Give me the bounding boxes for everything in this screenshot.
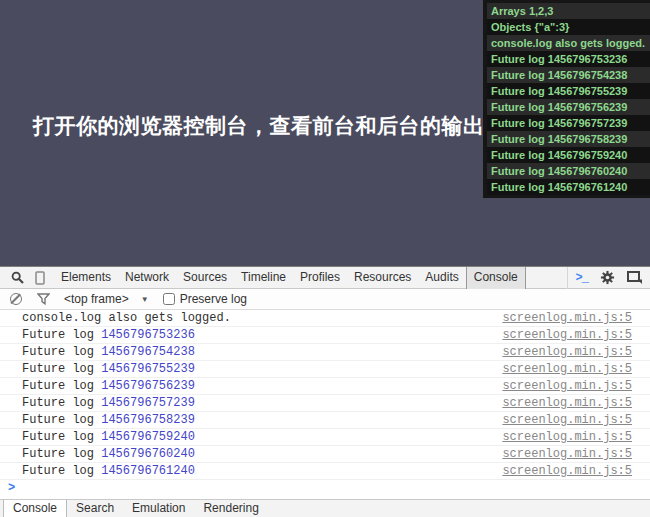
screenlog-line: Future log 1456796754238 <box>487 67 650 83</box>
tab-elements[interactable]: Elements <box>54 267 118 289</box>
console-message: Future log 1456796754238 <box>22 344 502 360</box>
source-link[interactable]: screenlog.min.js:5 <box>502 446 632 462</box>
screenlog-line: console.log also gets logged. <box>487 35 650 51</box>
devtools-tab-strip: Elements Network Sources Timeline Profil… <box>54 267 526 289</box>
source-link[interactable]: screenlog.min.js:5 <box>502 361 632 377</box>
console-drawer-icon[interactable]: >_ <box>576 271 588 285</box>
source-link[interactable]: screenlog.min.js:5 <box>502 344 632 360</box>
console-message-row: Future log 1456796761240 screenlog.min.j… <box>0 463 650 480</box>
console-message: Future log 1456796758239 <box>22 412 502 428</box>
console-message: Future log 1456796756239 <box>22 378 502 394</box>
web-page: 打开你的浏览器控制台，查看前台和后台的输出效果！ Arrays 1,2,3 Ob… <box>0 0 650 266</box>
frame-select-value: <top frame> <box>64 292 129 306</box>
tab-profiles[interactable]: Profiles <box>293 267 347 289</box>
toolbar-right-controls: >_ <box>567 267 650 289</box>
page-heading: 打开你的浏览器控制台，查看前台和后台的输出效果！ <box>33 112 549 140</box>
preserve-log-option[interactable]: Preserve log <box>163 292 247 306</box>
tab-timeline[interactable]: Timeline <box>234 267 293 289</box>
tab-resources[interactable]: Resources <box>347 267 418 289</box>
console-message-row: Future log 1456796759240 screenlog.min.j… <box>0 429 650 446</box>
source-link[interactable]: screenlog.min.js:5 <box>502 412 632 428</box>
clear-console-icon[interactable] <box>10 293 22 305</box>
chevron-down-icon: ▼ <box>141 295 149 304</box>
dock-side-icon[interactable] <box>627 271 642 284</box>
screenlog-line: Objects {"a":3} <box>487 19 650 35</box>
console-message: Future log 1456796759240 <box>22 429 502 445</box>
source-link[interactable]: screenlog.min.js:5 <box>502 327 632 343</box>
console-message: console.log also gets logged. <box>22 310 502 326</box>
screenlog-line: Future log 1456796756239 <box>487 99 650 115</box>
console-prompt: > <box>8 481 15 495</box>
screenlog-line: Future log 1456796753236 <box>487 51 650 67</box>
tab-console[interactable]: Console <box>466 267 526 289</box>
browser-screen: 打开你的浏览器控制台，查看前台和后台的输出效果！ Arrays 1,2,3 Ob… <box>0 0 650 517</box>
console-message: Future log 1456796761240 <box>22 463 502 479</box>
console-message-row: console.log also gets logged. screenlog.… <box>0 310 650 327</box>
source-link[interactable]: screenlog.min.js:5 <box>502 395 632 411</box>
drawer-tab-strip: Console Search Emulation Rendering <box>0 499 650 517</box>
filter-icon[interactable] <box>37 293 50 305</box>
drawer-tab-search[interactable]: Search <box>67 500 123 517</box>
source-link[interactable]: screenlog.min.js:5 <box>502 463 632 479</box>
tab-sources[interactable]: Sources <box>176 267 234 289</box>
drawer-tab-rendering[interactable]: Rendering <box>194 500 267 517</box>
console-message-row: Future log 1456796756239 screenlog.min.j… <box>0 378 650 395</box>
screenlog-line: Future log 1456796758239 <box>487 131 650 147</box>
console-message-row: Future log 1456796754238 screenlog.min.j… <box>0 344 650 361</box>
source-link[interactable]: screenlog.min.js:5 <box>502 310 632 326</box>
screenlog-overlay: Arrays 1,2,3 Objects {"a":3} console.log… <box>483 0 650 198</box>
devtools-panel: Elements Network Sources Timeline Profil… <box>0 266 650 517</box>
drawer-tab-emulation[interactable]: Emulation <box>123 500 194 517</box>
tab-audits[interactable]: Audits <box>418 267 465 289</box>
screenlog-line: Future log 1456796755239 <box>487 83 650 99</box>
screenlog-line: Future log 1456796757239 <box>487 115 650 131</box>
console-message-row: Future log 1456796755239 screenlog.min.j… <box>0 361 650 378</box>
console-message-row: Future log 1456796753236 screenlog.min.j… <box>0 327 650 344</box>
preserve-log-label: Preserve log <box>180 292 247 306</box>
console-message: Future log 1456796753236 <box>22 327 502 343</box>
source-link[interactable]: screenlog.min.js:5 <box>502 429 632 445</box>
screenlog-line: Future log 1456796759240 <box>487 147 650 163</box>
console-message: Future log 1456796755239 <box>22 361 502 377</box>
tab-network[interactable]: Network <box>118 267 176 289</box>
console-message: Future log 1456796757239 <box>22 395 502 411</box>
screenlog-line: Arrays 1,2,3 <box>487 3 650 19</box>
screenlog-line: Future log 1456796760240 <box>487 163 650 179</box>
preserve-log-checkbox[interactable] <box>163 293 175 305</box>
screenlog-line: Future log 1456796761240 <box>487 179 650 195</box>
devtools-toolbar: Elements Network Sources Timeline Profil… <box>0 267 650 289</box>
frame-context-select[interactable]: <top frame> ▼ <box>64 292 149 306</box>
console-messages: console.log also gets logged. screenlog.… <box>0 310 650 499</box>
console-message-row: Future log 1456796760240 screenlog.min.j… <box>0 446 650 463</box>
inspect-element-icon[interactable] <box>9 271 25 284</box>
console-message-row: Future log 1456796757239 screenlog.min.j… <box>0 395 650 412</box>
console-message: Future log 1456796760240 <box>22 446 502 462</box>
device-toolbar-icon[interactable] <box>32 271 48 285</box>
drawer-tab-console[interactable]: Console <box>3 500 67 517</box>
console-input-row[interactable]: > <box>0 480 650 497</box>
source-link[interactable]: screenlog.min.js:5 <box>502 378 632 394</box>
console-toolbar: <top frame> ▼ Preserve log <box>0 289 650 310</box>
console-message-row: Future log 1456796758239 screenlog.min.j… <box>0 412 650 429</box>
settings-gear-icon[interactable] <box>600 270 615 285</box>
